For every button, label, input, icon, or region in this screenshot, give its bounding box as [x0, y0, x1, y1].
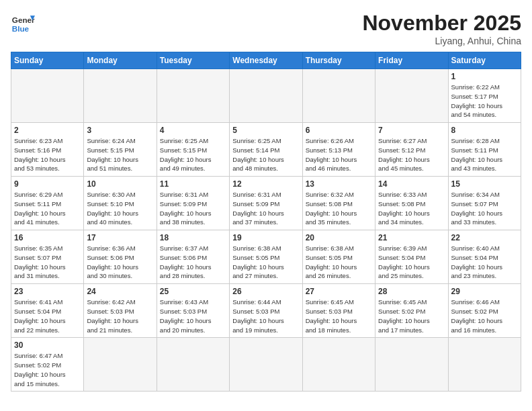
- day-number: 21: [378, 233, 445, 242]
- calendar-cell: [157, 338, 229, 392]
- calendar-cell: [448, 338, 521, 392]
- day-number: 9: [14, 179, 81, 189]
- day-info: Sunrise: 6:30 AM Sunset: 5:10 PM Dayligh…: [87, 190, 153, 227]
- day-info: Sunrise: 6:32 AM Sunset: 5:08 PM Dayligh…: [306, 190, 372, 227]
- day-number: 25: [160, 287, 226, 296]
- day-info: Sunrise: 6:45 AM Sunset: 5:02 PM Dayligh…: [378, 298, 445, 334]
- calendar-cell: 1Sunrise: 6:22 AM Sunset: 5:17 PM Daylig…: [448, 69, 521, 123]
- weekday-header: Tuesday: [157, 52, 229, 69]
- day-info: Sunrise: 6:39 AM Sunset: 5:04 PM Dayligh…: [378, 244, 445, 281]
- day-info: Sunrise: 6:40 AM Sunset: 5:04 PM Dayligh…: [451, 244, 518, 281]
- calendar-cell: 23Sunrise: 6:41 AM Sunset: 5:04 PM Dayli…: [11, 284, 84, 338]
- calendar-cell: 13Sunrise: 6:32 AM Sunset: 5:08 PM Dayli…: [302, 177, 375, 230]
- calendar-cell: 20Sunrise: 6:38 AM Sunset: 5:05 PM Dayli…: [302, 230, 375, 284]
- weekday-header: Friday: [375, 52, 448, 69]
- calendar-cell: 7Sunrise: 6:27 AM Sunset: 5:12 PM Daylig…: [375, 123, 448, 177]
- calendar-cell: 30Sunrise: 6:47 AM Sunset: 5:02 PM Dayli…: [11, 338, 84, 392]
- day-info: Sunrise: 6:43 AM Sunset: 5:03 PM Dayligh…: [160, 298, 226, 334]
- day-info: Sunrise: 6:33 AM Sunset: 5:08 PM Dayligh…: [378, 190, 445, 227]
- page-header: General Blue November 2025 Liyang, Anhui…: [11, 11, 521, 46]
- day-number: 16: [14, 233, 81, 242]
- day-number: 20: [306, 233, 372, 242]
- day-number: 10: [87, 179, 153, 189]
- calendar-cell: 24Sunrise: 6:42 AM Sunset: 5:03 PM Dayli…: [84, 284, 157, 338]
- weekday-header: Saturday: [448, 52, 521, 69]
- day-info: Sunrise: 6:28 AM Sunset: 5:11 PM Dayligh…: [451, 136, 518, 173]
- calendar-cell: [157, 69, 229, 123]
- day-info: Sunrise: 6:38 AM Sunset: 5:05 PM Dayligh…: [306, 244, 372, 281]
- day-info: Sunrise: 6:42 AM Sunset: 5:03 PM Dayligh…: [87, 298, 153, 334]
- calendar-table: SundayMondayTuesdayWednesdayThursdayFrid…: [11, 52, 521, 392]
- day-info: Sunrise: 6:26 AM Sunset: 5:13 PM Dayligh…: [306, 136, 372, 173]
- calendar-cell: 25Sunrise: 6:43 AM Sunset: 5:03 PM Dayli…: [157, 284, 229, 338]
- calendar-cell: 16Sunrise: 6:35 AM Sunset: 5:07 PM Dayli…: [11, 230, 84, 284]
- day-info: Sunrise: 6:46 AM Sunset: 5:02 PM Dayligh…: [451, 298, 518, 334]
- calendar-cell: 15Sunrise: 6:34 AM Sunset: 5:07 PM Dayli…: [448, 177, 521, 230]
- calendar-cell: 4Sunrise: 6:25 AM Sunset: 5:15 PM Daylig…: [157, 123, 229, 177]
- calendar-cell: 21Sunrise: 6:39 AM Sunset: 5:04 PM Dayli…: [375, 230, 448, 284]
- day-info: Sunrise: 6:31 AM Sunset: 5:09 PM Dayligh…: [160, 190, 226, 227]
- day-info: Sunrise: 6:41 AM Sunset: 5:04 PM Dayligh…: [14, 298, 81, 334]
- day-number: 18: [160, 233, 226, 242]
- calendar-cell: [84, 338, 157, 392]
- day-info: Sunrise: 6:34 AM Sunset: 5:07 PM Dayligh…: [451, 190, 518, 227]
- day-number: 22: [451, 233, 518, 242]
- day-info: Sunrise: 6:25 AM Sunset: 5:15 PM Dayligh…: [160, 136, 226, 173]
- day-info: Sunrise: 6:44 AM Sunset: 5:03 PM Dayligh…: [232, 298, 299, 334]
- day-info: Sunrise: 6:36 AM Sunset: 5:06 PM Dayligh…: [87, 244, 153, 281]
- calendar-cell: 29Sunrise: 6:46 AM Sunset: 5:02 PM Dayli…: [448, 284, 521, 338]
- location: Liyang, Anhui, China: [362, 36, 521, 46]
- day-info: Sunrise: 6:45 AM Sunset: 5:03 PM Dayligh…: [306, 298, 372, 334]
- day-number: 26: [232, 287, 299, 296]
- calendar-cell: 18Sunrise: 6:37 AM Sunset: 5:06 PM Dayli…: [157, 230, 229, 284]
- day-info: Sunrise: 6:22 AM Sunset: 5:17 PM Dayligh…: [451, 83, 518, 120]
- calendar-cell: [230, 338, 302, 392]
- day-number: 13: [306, 179, 372, 189]
- calendar-cell: 12Sunrise: 6:31 AM Sunset: 5:09 PM Dayli…: [230, 177, 302, 230]
- title-area: November 2025 Liyang, Anhui, China: [362, 11, 521, 46]
- calendar-cell: 28Sunrise: 6:45 AM Sunset: 5:02 PM Dayli…: [375, 284, 448, 338]
- calendar-cell: 8Sunrise: 6:28 AM Sunset: 5:11 PM Daylig…: [448, 123, 521, 177]
- calendar-cell: 17Sunrise: 6:36 AM Sunset: 5:06 PM Dayli…: [84, 230, 157, 284]
- calendar-cell: 14Sunrise: 6:33 AM Sunset: 5:08 PM Dayli…: [375, 177, 448, 230]
- svg-text:Blue: Blue: [12, 24, 30, 33]
- day-info: Sunrise: 6:29 AM Sunset: 5:11 PM Dayligh…: [14, 190, 81, 227]
- day-number: 28: [378, 287, 445, 296]
- day-info: Sunrise: 6:27 AM Sunset: 5:12 PM Dayligh…: [378, 136, 445, 173]
- day-number: 5: [232, 126, 299, 135]
- weekday-header: Sunday: [11, 52, 84, 69]
- calendar-cell: [375, 338, 448, 392]
- day-number: 3: [87, 126, 153, 135]
- calendar-cell: 22Sunrise: 6:40 AM Sunset: 5:04 PM Dayli…: [448, 230, 521, 284]
- day-info: Sunrise: 6:35 AM Sunset: 5:07 PM Dayligh…: [14, 244, 81, 281]
- calendar-cell: 27Sunrise: 6:45 AM Sunset: 5:03 PM Dayli…: [302, 284, 375, 338]
- day-number: 17: [87, 233, 153, 242]
- calendar-cell: 6Sunrise: 6:26 AM Sunset: 5:13 PM Daylig…: [302, 123, 375, 177]
- day-info: Sunrise: 6:37 AM Sunset: 5:06 PM Dayligh…: [160, 244, 226, 281]
- day-number: 1: [451, 72, 518, 81]
- calendar-cell: [230, 69, 302, 123]
- day-number: 24: [87, 287, 153, 296]
- day-info: Sunrise: 6:25 AM Sunset: 5:14 PM Dayligh…: [232, 136, 299, 173]
- calendar-cell: 10Sunrise: 6:30 AM Sunset: 5:10 PM Dayli…: [84, 177, 157, 230]
- logo: General Blue: [11, 11, 35, 35]
- day-number: 23: [14, 287, 81, 296]
- day-info: Sunrise: 6:47 AM Sunset: 5:02 PM Dayligh…: [14, 351, 81, 388]
- calendar-cell: 11Sunrise: 6:31 AM Sunset: 5:09 PM Dayli…: [157, 177, 229, 230]
- day-number: 2: [14, 126, 81, 135]
- day-info: Sunrise: 6:23 AM Sunset: 5:16 PM Dayligh…: [14, 136, 81, 173]
- day-number: 27: [306, 287, 372, 296]
- day-number: 15: [451, 179, 518, 189]
- calendar-cell: 5Sunrise: 6:25 AM Sunset: 5:14 PM Daylig…: [230, 123, 302, 177]
- day-number: 19: [232, 233, 299, 242]
- calendar-cell: 9Sunrise: 6:29 AM Sunset: 5:11 PM Daylig…: [11, 177, 84, 230]
- day-info: Sunrise: 6:31 AM Sunset: 5:09 PM Dayligh…: [232, 190, 299, 227]
- weekday-header: Monday: [84, 52, 157, 69]
- day-number: 8: [451, 126, 518, 135]
- day-number: 11: [160, 179, 226, 189]
- day-number: 14: [378, 179, 445, 189]
- day-number: 6: [306, 126, 372, 135]
- day-number: 29: [451, 287, 518, 296]
- calendar-cell: [375, 69, 448, 123]
- calendar-cell: [302, 338, 375, 392]
